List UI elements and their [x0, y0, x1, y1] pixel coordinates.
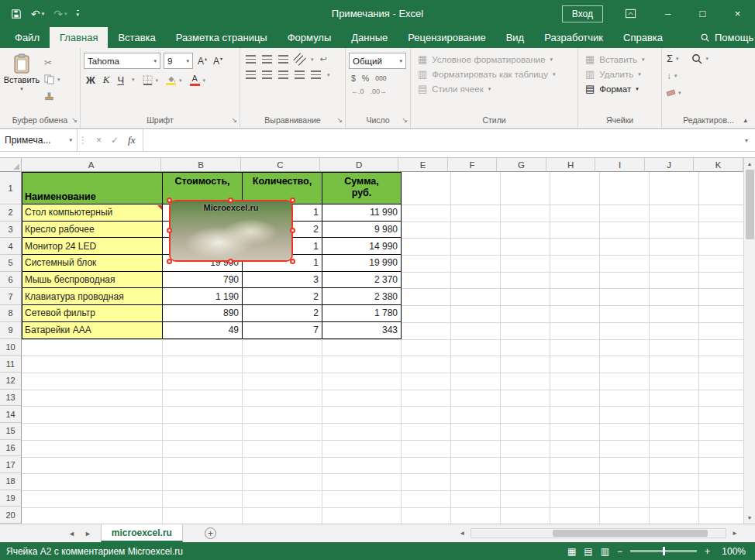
align-top-icon[interactable]: [246, 55, 256, 64]
column-header-C[interactable]: C: [241, 158, 320, 172]
increase-font-button[interactable]: А▴: [196, 55, 209, 67]
cell-A5[interactable]: Системный блок: [22, 255, 163, 272]
cell-B9[interactable]: 49: [163, 322, 243, 339]
resize-handle-se[interactable]: [290, 259, 295, 264]
tab-data[interactable]: Данные: [341, 27, 398, 48]
chevron-down-icon[interactable]: ▾: [706, 56, 709, 61]
cut-button[interactable]: ✂: [44, 57, 60, 68]
increase-indent-icon[interactable]: [311, 70, 321, 79]
expand-formula-bar-button[interactable]: ▾: [738, 129, 755, 151]
orientation-icon[interactable]: [293, 53, 306, 66]
formula-input[interactable]: [143, 129, 738, 151]
cell-A4[interactable]: Монитор 24 LED: [22, 238, 163, 255]
chevron-down-icon[interactable]: ▾: [550, 57, 553, 63]
cell-C9[interactable]: 7: [243, 322, 322, 339]
resize-handle-w[interactable]: [167, 228, 172, 233]
scroll-up-button[interactable]: ▲: [744, 158, 755, 170]
row-header-8[interactable]: 8: [0, 305, 22, 322]
collapse-ribbon-button[interactable]: ▴: [743, 116, 747, 124]
cell-D6[interactable]: 2 370: [322, 272, 402, 289]
delete-cells-button[interactable]: ▥ Удалить ▾: [581, 69, 659, 79]
comment-image[interactable]: Microexcel.ru: [169, 200, 293, 262]
chevron-down-icon[interactable]: ▾: [399, 58, 402, 64]
cell-D9[interactable]: 343: [322, 322, 402, 339]
cell-B8[interactable]: 890: [163, 305, 243, 322]
chevron-down-icon[interactable]: ▾: [676, 56, 679, 61]
cell-D5[interactable]: 19 990: [322, 255, 402, 272]
column-header-E[interactable]: E: [398, 158, 448, 172]
borders-dropdown-icon[interactable]: ▾: [156, 77, 159, 83]
tab-page-layout[interactable]: Разметка страницы: [166, 27, 278, 48]
cell-D4[interactable]: 14 990: [322, 238, 402, 255]
chevron-down-icon[interactable]: ▾: [678, 90, 681, 95]
cell-D8[interactable]: 1 780: [322, 305, 402, 322]
format-as-table-button[interactable]: ▥ Форматировать как таблицу ▾: [414, 69, 575, 79]
scroll-right-button[interactable]: ►: [729, 530, 741, 537]
accounting-format-button[interactable]: $: [351, 74, 356, 83]
redo-button[interactable]: ↷▾: [53, 9, 67, 19]
column-header-G[interactable]: G: [497, 158, 546, 172]
cell-C6[interactable]: 3: [243, 272, 322, 289]
signin-button[interactable]: Вход: [562, 5, 603, 22]
resize-handle-n[interactable]: [228, 198, 233, 203]
tab-file[interactable]: Файл: [5, 27, 50, 48]
fill-button[interactable]: ↓▾: [667, 70, 681, 81]
copy-dropdown-icon[interactable]: ▾: [57, 77, 60, 82]
chevron-down-icon[interactable]: ▾: [642, 57, 645, 63]
clear-button[interactable]: ▾: [667, 87, 681, 98]
resize-handle-s[interactable]: [228, 259, 233, 264]
cell-area[interactable]: Наименование Стоимость, Количество, Сумм…: [22, 172, 743, 524]
vertical-scrollbar-thumb[interactable]: [746, 170, 754, 239]
horizontal-scrollbar-thumb[interactable]: [553, 530, 708, 537]
copy-button[interactable]: ▾: [44, 74, 60, 85]
chevron-down-icon[interactable]: ▾: [153, 58, 157, 64]
row-header-15[interactable]: 15: [0, 423, 22, 440]
cell-A6[interactable]: Мышь беспроводная: [22, 272, 163, 289]
tab-view[interactable]: Вид: [496, 27, 535, 48]
cell-styles-button[interactable]: ▤ Стили ячеек ▾: [414, 84, 575, 94]
chevron-down-icon[interactable]: ▾: [638, 71, 641, 77]
chevron-down-icon[interactable]: ▾: [553, 71, 556, 77]
row-header-5[interactable]: 5: [0, 255, 22, 272]
bold-button[interactable]: Ж: [86, 74, 95, 86]
row-header-13[interactable]: 13: [0, 390, 22, 407]
cell-C8[interactable]: 2: [243, 305, 322, 322]
enter-button[interactable]: ✓: [111, 135, 119, 146]
align-middle-icon[interactable]: [262, 55, 272, 64]
column-header-A[interactable]: A: [22, 158, 162, 172]
resize-handle-nw[interactable]: [167, 198, 172, 203]
column-header-F[interactable]: F: [448, 158, 498, 172]
resize-handle-e[interactable]: [290, 228, 295, 233]
wrap-text-icon[interactable]: ↩: [320, 54, 327, 64]
format-painter-button[interactable]: [44, 91, 60, 102]
autosum-button[interactable]: Σ▾: [667, 53, 681, 64]
sheet-tab-active[interactable]: microexcel.ru: [101, 524, 183, 542]
cell-B7[interactable]: 1 190: [163, 288, 243, 305]
font-color-button[interactable]: А ▾: [190, 74, 206, 86]
undo-dropdown-icon[interactable]: ▾: [42, 11, 45, 16]
zoom-slider[interactable]: [630, 550, 697, 552]
next-sheet-button[interactable]: ►: [84, 530, 91, 538]
row-header-12[interactable]: 12: [0, 373, 22, 390]
cell-D1[interactable]: Сумма,руб.: [322, 172, 402, 204]
comma-style-button[interactable]: 000: [375, 74, 386, 82]
zoom-out-button[interactable]: −: [617, 546, 622, 557]
cell-D3[interactable]: 9 980: [322, 222, 402, 239]
view-normal-button[interactable]: ▦: [567, 547, 576, 556]
tell-me-search[interactable]: Помощь: [690, 27, 755, 48]
align-bottom-icon[interactable]: [278, 55, 288, 64]
chevron-down-icon[interactable]: ▾: [69, 137, 72, 143]
format-cells-button[interactable]: ▤ Формат ▾: [581, 84, 659, 94]
formula-bar-drag-handle[interactable]: ⋮: [78, 129, 88, 151]
maximize-button[interactable]: □: [685, 0, 720, 27]
cancel-button[interactable]: ×: [96, 135, 102, 146]
font-size-combo[interactable]: 9▾: [164, 53, 193, 69]
decrease-decimal-button[interactable]: .00→: [371, 88, 388, 95]
zoom-in-button[interactable]: +: [705, 546, 710, 557]
tab-developer[interactable]: Разработчик: [534, 27, 613, 48]
scroll-left-button[interactable]: ◄: [456, 530, 468, 537]
close-button[interactable]: ×: [720, 0, 755, 27]
chevron-down-icon[interactable]: ▾: [186, 58, 189, 64]
ribbon-display-options-button[interactable]: [625, 8, 636, 19]
cell-C7[interactable]: 2: [243, 288, 322, 305]
